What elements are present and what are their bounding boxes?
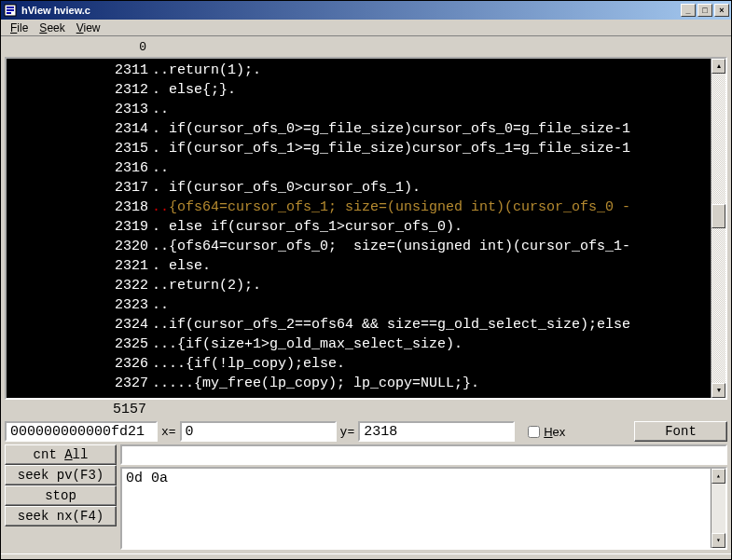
hex-checkbox-label[interactable]: Hex	[528, 425, 565, 439]
textarea-scroll-up[interactable]: ▴	[711, 469, 725, 484]
code-view[interactable]: ..return(1);. . else{;}. .. . if(cursor_…	[152, 59, 711, 398]
minimize-button[interactable]: _	[681, 4, 696, 17]
close-button[interactable]: ×	[714, 4, 729, 17]
total-lines-row: 5157	[5, 402, 727, 418]
seek-prev-button[interactable]: seek pv(F3)	[5, 465, 117, 485]
stop-button[interactable]: stop	[5, 485, 117, 506]
textarea-scroll-down[interactable]: ▾	[711, 533, 725, 548]
scroll-track[interactable]	[711, 74, 725, 383]
titlebar: hView hview.c _ □ ×	[1, 1, 731, 20]
ruler-origin: 0	[5, 40, 152, 55]
textarea-scroll-track[interactable]	[711, 484, 725, 533]
editor[interactable]: 2311 2312 2313 2314 2315 2316 2317 2318 …	[5, 57, 727, 400]
menu-file[interactable]: File	[5, 20, 34, 35]
scroll-down-button[interactable]: ▾	[711, 383, 725, 398]
y-input[interactable]	[358, 421, 515, 442]
svg-rect-1	[7, 7, 14, 8]
svg-rect-2	[7, 9, 14, 11]
x-label: x=	[161, 425, 176, 439]
offset-input[interactable]	[5, 421, 158, 442]
menu-seek[interactable]: Seek	[34, 20, 70, 35]
svg-rect-3	[7, 12, 11, 14]
statusbar	[1, 553, 731, 559]
search-value: 0d 0a	[126, 471, 168, 486]
hex-checkbox[interactable]	[528, 426, 540, 438]
cnt-all-button[interactable]: cnt All	[5, 444, 117, 465]
search-textarea[interactable]: 0d 0a ▴ ▾	[120, 467, 727, 550]
menubar: File Seek View	[1, 20, 731, 36]
vertical-scrollbar[interactable]: ▴ ▾	[711, 59, 725, 398]
scroll-up-button[interactable]: ▴	[711, 59, 725, 74]
textarea-scrollbar[interactable]: ▴ ▾	[711, 469, 725, 548]
x-input[interactable]	[180, 421, 337, 442]
count-result-field	[120, 444, 727, 465]
line-number-gutter: 2311 2312 2313 2314 2315 2316 2317 2318 …	[7, 59, 152, 398]
ruler: 0	[5, 40, 727, 55]
menu-view[interactable]: View	[71, 20, 106, 35]
scroll-thumb[interactable]	[711, 204, 725, 228]
app-icon	[3, 3, 18, 18]
window-title: hView hview.c	[21, 5, 681, 16]
font-button[interactable]: Font	[634, 421, 727, 442]
total-lines: 5157	[5, 402, 152, 418]
seek-next-button[interactable]: seek nx(F4)	[5, 506, 117, 526]
maximize-button[interactable]: □	[697, 4, 712, 17]
y-label: y=	[340, 425, 355, 439]
